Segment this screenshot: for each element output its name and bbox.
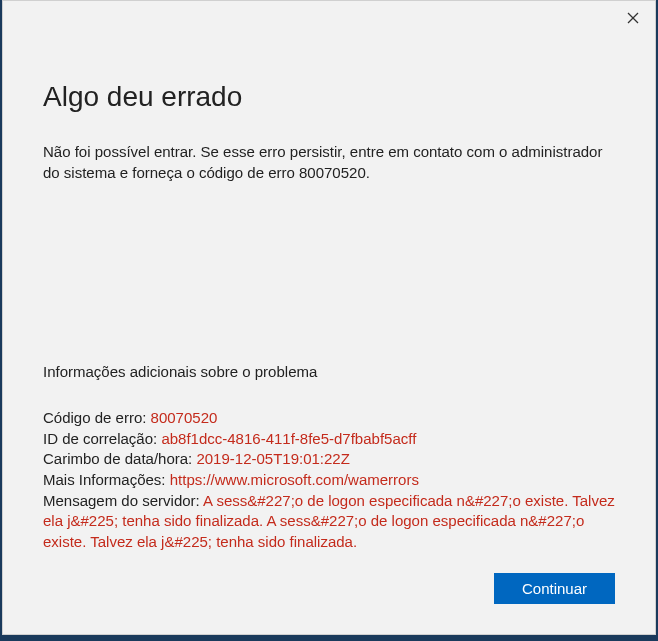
moreinfo-link[interactable]: https://www.microsoft.com/wamerrors (170, 471, 419, 488)
correlation-id-line: ID de correlação: ab8f1dcc-4816-411f-8fe… (43, 429, 615, 450)
details-subheading: Informações adicionais sobre o problema (43, 363, 615, 380)
servermsg-line: Mensagem do servidor: A sess&#227;o de l… (43, 491, 615, 553)
button-row: Continuar (494, 573, 615, 604)
error-code-label: Código de erro: (43, 409, 151, 426)
timestamp-label: Carimbo de data/hora: (43, 450, 196, 467)
moreinfo-line: Mais Informações: https://www.microsoft.… (43, 470, 615, 491)
dialog-title: Algo deu errado (43, 81, 615, 113)
servermsg-label: Mensagem do servidor: (43, 492, 203, 509)
continue-button[interactable]: Continuar (494, 573, 615, 604)
dialog-message: Não foi possível entrar. Se esse erro pe… (43, 141, 615, 183)
error-code-line: Código de erro: 80070520 (43, 408, 615, 429)
moreinfo-label: Mais Informações: (43, 471, 170, 488)
close-icon (627, 10, 639, 28)
correlation-id-value: ab8f1dcc-4816-411f-8fe5-d7fbabf5acff (161, 430, 416, 447)
error-dialog: Algo deu errado Não foi possível entrar.… (2, 0, 656, 635)
close-button[interactable] (621, 7, 645, 31)
details-block: Código de erro: 80070520 ID de correlaçã… (43, 408, 615, 553)
error-code-value: 80070520 (151, 409, 218, 426)
timestamp-value: 2019-12-05T19:01:22Z (196, 450, 349, 467)
dialog-content: Algo deu errado Não foi possível entrar.… (3, 1, 655, 593)
correlation-id-label: ID de correlação: (43, 430, 161, 447)
timestamp-line: Carimbo de data/hora: 2019-12-05T19:01:2… (43, 449, 615, 470)
